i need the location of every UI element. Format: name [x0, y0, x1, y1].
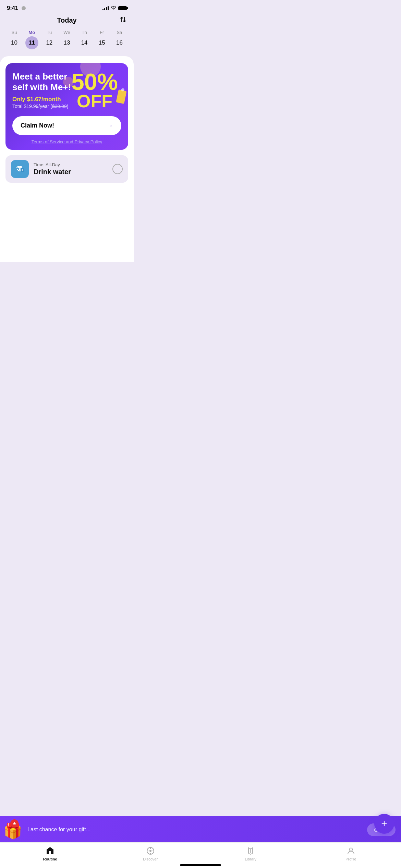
calendar: Su 10 Mo 11 Tu 12 We 13 Th 14 Fr 15 Sa 1… — [0, 28, 134, 56]
habit-item: Time: All-Day Drink water — [5, 155, 128, 183]
wifi-icon — [111, 6, 116, 11]
promo-inner: Meet a better self with Me+! Only $1.67/… — [12, 71, 121, 110]
habit-check[interactable] — [112, 164, 123, 174]
calendar-day-su[interactable]: Su 10 — [7, 30, 22, 49]
svg-rect-1 — [17, 167, 22, 168]
habit-info: Time: All-Day Drink water — [34, 162, 112, 176]
habit-icon — [11, 160, 29, 178]
main-content: Meet a better self with Me+! Only $1.67/… — [0, 56, 134, 262]
promo-total: Total $19.99/year ($39.99) — [12, 104, 71, 109]
habit-name: Drink water — [34, 168, 112, 176]
promo-price: Only $1.67/month — [12, 96, 71, 103]
status-left: 9:41 — [7, 5, 26, 12]
status-time: 9:41 — [7, 5, 18, 12]
signal-icon — [102, 6, 109, 10]
promo-title: Meet a better self with Me+! — [12, 71, 71, 93]
habit-time: Time: All-Day — [34, 162, 112, 167]
sort-icon[interactable] — [119, 16, 127, 25]
status-right — [102, 6, 127, 11]
page-title: Today — [57, 16, 76, 24]
calendar-day-fr[interactable]: Fr 15 — [94, 30, 109, 49]
battery-icon — [118, 6, 127, 10]
promo-left: Meet a better self with Me+! Only $1.67/… — [12, 71, 71, 109]
promo-card: Meet a better self with Me+! Only $1.67/… — [5, 63, 128, 150]
svg-point-3 — [19, 170, 21, 171]
calendar-day-we[interactable]: We 13 — [59, 30, 74, 49]
header: Today — [0, 14, 134, 28]
terms-link[interactable]: Terms of Service and Privacy Policy — [12, 139, 121, 144]
calendar-day-mo[interactable]: Mo 11 — [24, 30, 39, 49]
status-bar: 9:41 — [0, 0, 134, 14]
calendar-days: Su 10 Mo 11 Tu 12 We 13 Th 14 Fr 15 Sa 1… — [5, 30, 128, 49]
promo-discount-badge: 50% OFF — [71, 71, 121, 110]
claim-arrow-icon: → — [106, 122, 113, 130]
status-dot — [22, 6, 26, 10]
calendar-day-sa[interactable]: Sa 16 — [112, 30, 127, 49]
claim-now-button[interactable]: Claim Now! → — [12, 116, 121, 135]
calendar-day-tu[interactable]: Tu 12 — [42, 30, 57, 49]
calendar-day-th[interactable]: Th 14 — [77, 30, 92, 49]
